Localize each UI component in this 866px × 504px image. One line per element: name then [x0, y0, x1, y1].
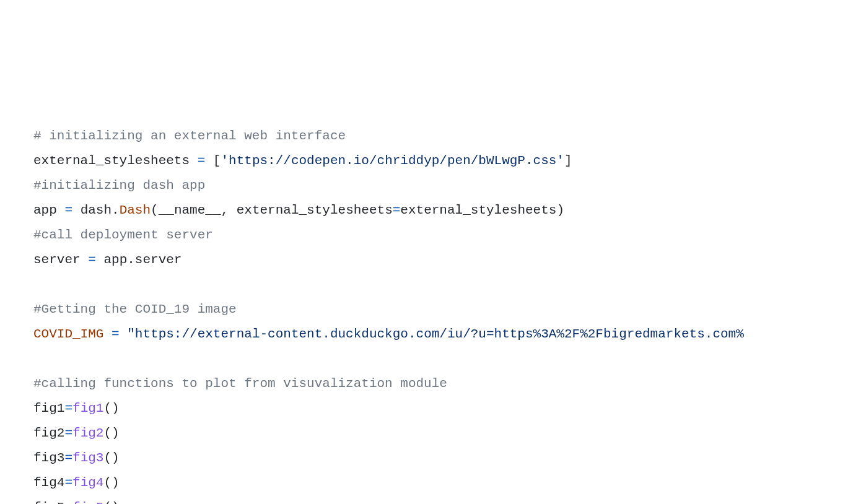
code-token: fig2: [33, 426, 64, 440]
code-token: =: [64, 426, 72, 440]
code-token: =: [64, 451, 72, 465]
code-line: #initializing dash app: [33, 173, 866, 198]
code-token: fig2: [72, 426, 103, 440]
code-token: (__name__,: [151, 203, 237, 217]
code-line: fig4=fig4(): [33, 471, 866, 495]
code-token: =: [64, 500, 72, 504]
code-token: fig4: [33, 476, 64, 490]
code-token: COVID_IMG: [33, 327, 103, 341]
code-token: [103, 327, 112, 341]
code-token: ]: [564, 154, 572, 168]
code-token: [33, 352, 42, 366]
code-token: 'https://codepen.io/chriddyp/pen/bWLwgP.…: [221, 154, 564, 168]
code-block: # initializing an external web interface…: [33, 124, 866, 504]
code-token: [33, 277, 42, 292]
code-token: fig5: [72, 500, 103, 504]
code-token: =: [198, 154, 206, 168]
code-token: external_stylesheets): [400, 203, 564, 217]
code-token: =: [64, 401, 72, 415]
code-token: =: [88, 253, 96, 267]
code-token: fig3: [72, 451, 103, 465]
code-line: fig1=fig1(): [33, 396, 866, 421]
code-token: #calling functions to plot from visuvali…: [33, 376, 447, 391]
code-token: dash.: [72, 203, 120, 217]
code-token: app: [33, 203, 64, 217]
code-line: #Getting the COID_19 image: [33, 297, 866, 322]
code-token: (): [103, 476, 119, 490]
code-token: # initializing an external web interface: [33, 129, 346, 143]
code-line: fig2=fig2(): [33, 421, 866, 446]
code-line: COVID_IMG = "https://external-content.du…: [33, 322, 866, 347]
code-token: fig1: [72, 401, 103, 415]
code-token: fig3: [33, 451, 64, 465]
code-token: (): [103, 401, 119, 415]
code-token: [: [205, 154, 221, 168]
code-token: =: [393, 203, 401, 217]
code-token: external_stylesheets: [33, 154, 198, 168]
code-line: #call deployment server: [33, 223, 866, 248]
code-line: fig5=fig5(): [33, 495, 866, 504]
code-token: [120, 327, 128, 341]
code-line: fig3=fig3(): [33, 446, 866, 471]
code-line: server = app.server: [33, 248, 866, 272]
code-line: [33, 272, 866, 297]
code-token: Dash: [120, 203, 151, 217]
code-token: server: [33, 253, 88, 267]
code-token: fig4: [72, 476, 103, 490]
code-line: [33, 347, 866, 371]
code-token: #Getting the COID_19 image: [33, 302, 237, 316]
code-token: "https://external-content.duckduckgo.com…: [127, 327, 744, 341]
code-line: app = dash.Dash(__name__, external_style…: [33, 198, 866, 223]
code-line: #calling functions to plot from visuvali…: [33, 371, 866, 396]
code-token: (): [103, 426, 119, 440]
code-token: fig1: [33, 401, 64, 415]
code-token: #initializing dash app: [33, 178, 205, 193]
code-token: (): [103, 451, 119, 465]
code-token: #call deployment server: [33, 228, 213, 242]
code-token: app.server: [96, 253, 182, 267]
code-line: # initializing an external web interface: [33, 124, 866, 149]
code-token: external_stylesheets: [237, 203, 393, 217]
code-token: =: [64, 203, 72, 217]
code-token: fig5: [33, 500, 64, 504]
code-token: =: [64, 476, 72, 490]
code-line: external_stylesheets = ['https://codepen…: [33, 149, 866, 173]
code-token: =: [112, 327, 120, 341]
code-token: (): [103, 500, 119, 504]
